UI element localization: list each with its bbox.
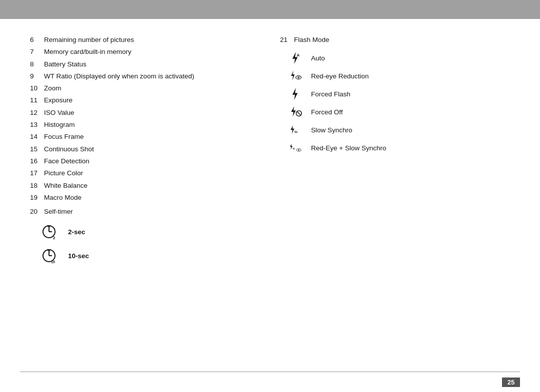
flash-forcedoff-icon (285, 105, 305, 119)
item-label: Macro Mode (44, 192, 82, 204)
item-label: Histogram (44, 119, 75, 131)
list-item: 9 WT Ratio (Displayed only when zoom is … (30, 70, 260, 82)
item-number: 19 (30, 192, 44, 204)
item-number: 6 (30, 34, 44, 46)
flash-options: A Auto Red- (285, 51, 510, 155)
item-label: Face Detection (44, 155, 90, 167)
svg-text:SL: SL (292, 148, 296, 150)
item-label: WT Ratio (Displayed only when zoom is ac… (44, 70, 194, 82)
list-item: 6 Remaining number of pictures (30, 34, 260, 46)
flash-auto: A Auto (285, 51, 510, 65)
flash-redeyeslow-label: Red-Eye + Slow Synchro (311, 143, 386, 154)
item-label: Focus Frame (44, 131, 84, 143)
self-timer-item: 20 Self-timer (30, 206, 260, 218)
flash-redeye: Red-eye Reduction (285, 69, 510, 83)
item-number: 14 (30, 131, 44, 143)
item-number: 15 (30, 143, 44, 155)
svg-point-17 (298, 77, 299, 78)
svg-point-28 (298, 150, 299, 150)
list-item: 12 ISO Value (30, 107, 260, 119)
list-item: 8 Battery Status (30, 58, 260, 70)
flash-redeyeslow-icon: SL (285, 141, 305, 155)
top-bar (0, 0, 540, 19)
item-number: 7 (30, 46, 44, 58)
timer-2sec: 2 2-sec (40, 223, 260, 241)
svg-text:2: 2 (53, 236, 56, 240)
item-number: 16 (30, 155, 44, 167)
flash-slow-icon: SL (285, 123, 305, 137)
timer-10sec-label: 10-sec (68, 252, 89, 260)
item-label: Self-timer (44, 206, 73, 218)
flash-auto-icon: A (285, 51, 305, 65)
flash-forcedoff-label: Forced Off (311, 107, 343, 118)
flash-redeye-icon (285, 69, 305, 83)
list-item: 7 Memory card/built-in memory (30, 46, 260, 58)
item-number: 12 (30, 107, 44, 119)
item-label: Zoom (44, 82, 62, 94)
svg-text:SL: SL (294, 131, 298, 134)
item-number: 8 (30, 58, 44, 70)
list-item: 16 Face Detection (30, 155, 260, 167)
item-number: 11 (30, 94, 44, 106)
list-item: 15 Continuous Shot (30, 143, 260, 155)
flash-mode-label: Flash Mode (294, 34, 330, 46)
svg-line-21 (297, 112, 301, 116)
page-number: 25 (502, 378, 520, 387)
item-label: Picture Color (44, 167, 83, 179)
content-area: 6 Remaining number of pictures 7 Memory … (0, 19, 540, 275)
svg-marker-24 (290, 144, 292, 150)
item-label: Exposure (44, 94, 72, 106)
item-label: Memory card/built-in memory (44, 46, 132, 58)
timer-2sec-icon: 2 (40, 223, 60, 241)
flash-redeye-label: Red-eye Reduction (311, 71, 369, 82)
left-column: 6 Remaining number of pictures 7 Memory … (30, 34, 260, 265)
item-label: Continuous Shot (44, 143, 94, 155)
item-number: 9 (30, 70, 44, 82)
svg-marker-22 (290, 125, 294, 134)
flash-forced-icon (285, 87, 305, 101)
flash-slow: SL Slow Synchro (285, 123, 510, 137)
svg-text:10: 10 (51, 260, 55, 264)
timer-10sec: 10 10-sec (40, 247, 260, 265)
svg-marker-18 (292, 88, 298, 100)
svg-marker-19 (291, 106, 296, 116)
item-label: Battery Status (44, 58, 86, 70)
item-number: 20 (30, 206, 44, 218)
item-number: 18 (30, 180, 44, 192)
flash-forcedoff: Forced Off (285, 105, 510, 119)
flash-slow-label: Slow Synchro (311, 125, 352, 136)
item-label: ISO Value (44, 107, 74, 119)
svg-marker-14 (291, 70, 294, 80)
svg-text:A: A (297, 53, 300, 57)
flash-mode-header: 21 Flash Mode (280, 34, 510, 46)
flash-forced: Forced Flash (285, 87, 510, 101)
list-item: 18 White Balance (30, 180, 260, 192)
flash-auto-label: Auto (311, 53, 325, 64)
list-item: 13 Histogram (30, 119, 260, 131)
list-item: 10 Zoom (30, 82, 260, 94)
list-item: 19 Macro Mode (30, 192, 260, 204)
item-label: White Balance (44, 180, 88, 192)
timer-2sec-label: 2-sec (68, 228, 86, 236)
flash-mode-number: 21 (280, 34, 294, 46)
item-number: 13 (30, 119, 44, 131)
item-label: Remaining number of pictures (44, 34, 134, 46)
right-column: 21 Flash Mode A Auto (260, 34, 510, 265)
item-number: 17 (30, 167, 44, 179)
timer-options: 2 2-sec 10 10 (40, 223, 260, 265)
bottom-rule (20, 372, 520, 372)
flash-forced-label: Forced Flash (311, 89, 350, 100)
list-item: 11 Exposure (30, 94, 260, 106)
item-number: 10 (30, 82, 44, 94)
timer-10sec-icon: 10 (40, 247, 60, 265)
list-item: 14 Focus Frame (30, 131, 260, 143)
list-item: 17 Picture Color (30, 167, 260, 179)
flash-redeyeslow: SL Red-Eye + Slow Synchro (285, 141, 510, 155)
